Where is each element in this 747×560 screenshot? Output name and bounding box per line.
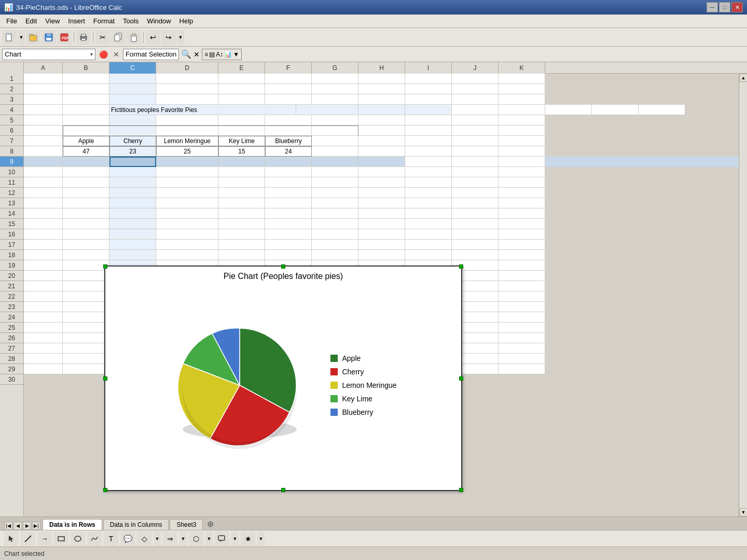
- tab-sheet3[interactable]: Sheet3: [170, 519, 203, 530]
- cell-b1[interactable]: [63, 74, 109, 84]
- cell-d6[interactable]: [156, 125, 218, 136]
- print-button[interactable]: [76, 30, 91, 45]
- cell-i6[interactable]: [405, 125, 452, 136]
- chart-area[interactable]: Pie Chart (Peoples favorite pies): [104, 265, 462, 491]
- minimize-button[interactable]: ─: [707, 2, 718, 12]
- menu-edit[interactable]: Edit: [21, 16, 41, 26]
- cell-j9[interactable]: [452, 157, 499, 167]
- col-header-f[interactable]: F: [265, 62, 312, 74]
- cell-f4[interactable]: [405, 105, 452, 115]
- row-header-30[interactable]: 30: [0, 374, 23, 385]
- cell-e1[interactable]: [218, 74, 265, 84]
- cell-g8[interactable]: [312, 146, 358, 157]
- cell-c9[interactable]: [109, 157, 156, 167]
- row-header-3[interactable]: 3: [0, 94, 23, 105]
- sum-icon[interactable]: ✕: [112, 50, 121, 59]
- row-header-18[interactable]: 18: [0, 250, 23, 260]
- cell-g6[interactable]: [312, 125, 358, 136]
- menu-help[interactable]: Help: [175, 16, 198, 26]
- title-bar-buttons[interactable]: ─ □ ✕: [707, 2, 743, 12]
- format-selection-icon-1[interactable]: 🔍: [181, 49, 191, 59]
- cell-f6[interactable]: [265, 125, 312, 136]
- row-header-22[interactable]: 22: [0, 291, 23, 302]
- cut-button[interactable]: ✂: [95, 30, 110, 45]
- cell-c3[interactable]: [109, 94, 156, 105]
- row-header-17[interactable]: 17: [0, 240, 23, 250]
- cell-c6[interactable]: [109, 125, 156, 136]
- row-header-21[interactable]: 21: [0, 281, 23, 291]
- cell-h8[interactable]: [358, 146, 405, 157]
- cell-a8[interactable]: [24, 146, 63, 157]
- row-header-2[interactable]: 2: [0, 84, 23, 94]
- cell-j8[interactable]: [452, 146, 499, 157]
- cell-a3[interactable]: [24, 94, 63, 105]
- cell-a2[interactable]: [24, 84, 63, 94]
- cell-h7[interactable]: [358, 136, 405, 146]
- cell-b5[interactable]: [63, 115, 109, 125]
- tab-data-in-rows[interactable]: Data is in Rows: [43, 519, 102, 530]
- cell-i4[interactable]: [545, 105, 592, 115]
- flowchart-dropdown[interactable]: ▼: [205, 531, 213, 546]
- cell-d8[interactable]: 25: [156, 146, 218, 157]
- cell-a9[interactable]: [24, 157, 63, 167]
- block-arrows-button[interactable]: ⇒: [163, 531, 177, 546]
- cell-i3[interactable]: [405, 94, 452, 105]
- cell-k3[interactable]: [499, 94, 545, 105]
- redo-button[interactable]: ↪: [161, 30, 176, 45]
- cell-i7[interactable]: [405, 136, 452, 146]
- cell-d2[interactable]: [156, 84, 218, 94]
- cell-d3[interactable]: [156, 94, 218, 105]
- cell-e6[interactable]: [218, 125, 265, 136]
- cell-h6[interactable]: [358, 125, 405, 136]
- cell-j6[interactable]: [452, 125, 499, 136]
- cell-h9[interactable]: [358, 157, 405, 167]
- formatting-toolbar-icons[interactable]: ≡ ▤ A↕ 📊 ▼: [202, 49, 242, 60]
- cell-b3[interactable]: [63, 94, 109, 105]
- row-header-16[interactable]: 16: [0, 229, 23, 240]
- row-header-14[interactable]: 14: [0, 208, 23, 219]
- row-header-24[interactable]: 24: [0, 312, 23, 323]
- row-header-12[interactable]: 12: [0, 188, 23, 198]
- cell-i5[interactable]: [405, 115, 452, 125]
- cell-d9[interactable]: [156, 157, 218, 167]
- cell-c1[interactable]: [109, 74, 156, 84]
- cell-d1[interactable]: [156, 74, 218, 84]
- cell-e9[interactable]: [218, 157, 265, 167]
- cell-e5[interactable]: [218, 115, 265, 125]
- cell-k2[interactable]: [499, 84, 545, 94]
- line-tool-button[interactable]: [21, 531, 35, 546]
- select-tool-button[interactable]: [4, 531, 19, 546]
- undo-button[interactable]: ↩: [146, 30, 160, 45]
- chart-handle-tr[interactable]: [459, 264, 463, 269]
- col-header-i[interactable]: I: [405, 62, 452, 74]
- col-header-d[interactable]: D: [156, 62, 218, 74]
- col-header-e[interactable]: E: [218, 62, 265, 74]
- cell-a5[interactable]: [24, 115, 63, 125]
- row-header-29[interactable]: 29: [0, 364, 23, 374]
- cell-i8[interactable]: [405, 146, 452, 157]
- row-header-20[interactable]: 20: [0, 271, 23, 281]
- block-arrows-dropdown[interactable]: ▼: [179, 531, 187, 546]
- row-header-15[interactable]: 15: [0, 219, 23, 229]
- row-header-19[interactable]: 19: [0, 260, 23, 271]
- cell-k5[interactable]: [499, 115, 545, 125]
- col-header-k[interactable]: K: [499, 62, 545, 74]
- row-header-25[interactable]: 25: [0, 323, 23, 333]
- tab-first-button[interactable]: |◀: [4, 522, 12, 530]
- cell-j7[interactable]: [452, 136, 499, 146]
- col-header-c[interactable]: C: [109, 62, 156, 74]
- col-header-g[interactable]: G: [312, 62, 358, 74]
- chart-handle-br[interactable]: [459, 488, 463, 492]
- chart-handle-mr[interactable]: [459, 376, 463, 381]
- row-header-4[interactable]: 4: [0, 105, 23, 115]
- cell-c8[interactable]: 23: [109, 146, 156, 157]
- open-button[interactable]: [26, 30, 40, 45]
- cell-c2[interactable]: [109, 84, 156, 94]
- cell-d4[interactable]: [296, 105, 358, 115]
- cell-c7[interactable]: Cherry: [109, 136, 156, 146]
- cell-h3[interactable]: [358, 94, 405, 105]
- cell-e3[interactable]: [218, 94, 265, 105]
- cell-f1[interactable]: [265, 74, 312, 84]
- row-header-7[interactable]: 7: [0, 136, 23, 146]
- callouts-button[interactable]: [215, 531, 229, 546]
